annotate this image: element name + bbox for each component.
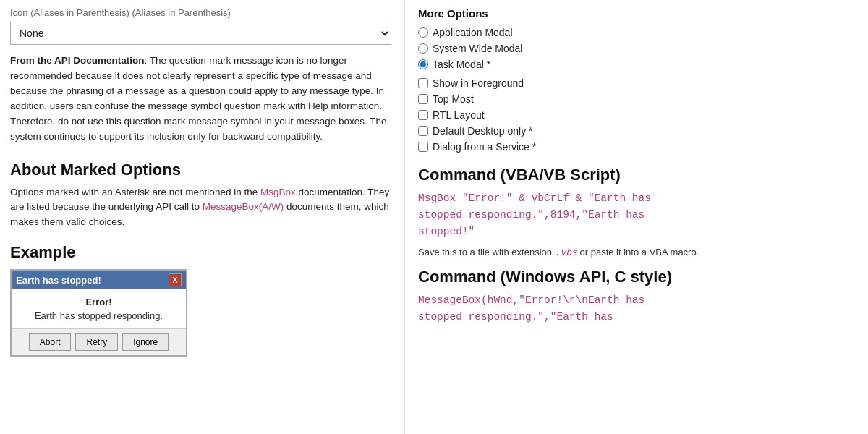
api-doc-body: : The question-mark message icon is no l… <box>10 55 387 142</box>
dialog-abort-button[interactable]: Abort <box>29 333 72 351</box>
radio-system-wide-modal-label: System Wide Modal <box>433 43 522 54</box>
vba-save-prefix: Save this to a file with extension <box>418 247 555 258</box>
checkbox-default-desktop-input[interactable] <box>418 126 428 136</box>
checkbox-dialog-service-input[interactable] <box>418 142 428 152</box>
api-doc-strong: From the API Documentation <box>10 55 145 66</box>
radio-application-modal-input[interactable] <box>418 27 428 38</box>
radio-system-wide-modal[interactable]: System Wide Modal <box>418 43 855 54</box>
modal-radio-group: Application Modal System Wide Modal Task… <box>418 27 855 70</box>
cmd-api-heading: Command (Windows API, C style) <box>418 268 855 286</box>
api-documentation: From the API Documentation: The question… <box>10 54 391 145</box>
checkbox-show-foreground-input[interactable] <box>418 78 428 88</box>
dialog-close-button[interactable]: X <box>169 273 182 286</box>
more-options-heading: More Options <box>418 7 855 20</box>
api-code-line1: MessageBox(hWnd,"Error!\r\nEarth has <box>418 292 855 309</box>
radio-application-modal-label: Application Modal <box>433 27 513 38</box>
checkbox-rtl-layout-input[interactable] <box>418 110 428 120</box>
vba-save-note: Save this to a file with extension .vbs … <box>418 247 855 258</box>
radio-task-modal[interactable]: Task Modal * <box>418 59 855 70</box>
vba-code-line2: stopped responding.",8194,"Earth has <box>418 207 855 224</box>
dialog-retry-button[interactable]: Retry <box>75 333 118 351</box>
vba-code-line3: stopped!" <box>418 224 855 240</box>
dialog-body: Error! Earth has stopped responding. <box>12 289 186 329</box>
checkbox-show-foreground-label: Show in Foreground <box>433 77 524 89</box>
checkbox-top-most-label: Top Most <box>433 93 474 105</box>
dialog-ignore-button[interactable]: Ignore <box>122 333 169 351</box>
checkbox-rtl-layout-label: RTL Layout <box>433 109 485 121</box>
options-note: Options marked with an Asterisk are not … <box>10 185 391 231</box>
messagebox-link[interactable]: MessageBox(A/W) <box>203 201 284 212</box>
checkbox-dialog-service[interactable]: Dialog from a Service * <box>418 141 855 153</box>
options-checkbox-group: Show in Foreground Top Most RTL Layout D… <box>418 77 855 153</box>
example-heading: Example <box>10 243 391 262</box>
radio-task-modal-input[interactable] <box>418 59 428 69</box>
dialog-buttons: Abort Retry Ignore <box>12 329 186 355</box>
about-text-prefix: Options marked with an Asterisk are not … <box>10 187 260 197</box>
checkbox-dialog-service-label: Dialog from a Service * <box>433 141 536 153</box>
dialog-title: Earth has stopped! <box>16 275 101 286</box>
checkbox-rtl-layout[interactable]: RTL Layout <box>418 109 855 121</box>
cmd-vba-heading: Command (VBA/VB Script) <box>418 166 855 184</box>
checkbox-default-desktop[interactable]: Default Desktop only * <box>418 125 855 137</box>
example-dialog: Earth has stopped! X Error! Earth has st… <box>10 269 187 357</box>
icon-label-text: Icon <box>10 7 28 18</box>
api-code-line2: stopped responding.","Earth has <box>418 309 855 326</box>
checkbox-top-most[interactable]: Top Most <box>418 93 855 105</box>
dialog-titlebar: Earth has stopped! X <box>12 271 186 289</box>
icon-select[interactable]: None <box>10 22 391 45</box>
api-code-block: MessageBox(hWnd,"Error!\r\nEarth has sto… <box>418 292 855 326</box>
checkbox-default-desktop-label: Default Desktop only * <box>433 125 533 137</box>
vba-ext: .vbs <box>555 247 577 258</box>
dialog-message: Earth has stopped responding. <box>20 310 177 321</box>
radio-system-wide-modal-input[interactable] <box>418 43 428 54</box>
vba-code-line1: MsgBox "Error!" & vbCrLf & "Earth has <box>418 190 855 207</box>
icon-aliases-text: (Aliases in Parenthesis) <box>30 7 129 18</box>
vba-code-block: MsgBox "Error!" & vbCrLf & "Earth has st… <box>418 190 855 241</box>
about-heading: About Marked Options <box>10 161 391 179</box>
msgbox-link[interactable]: MsgBox <box>260 187 296 197</box>
radio-task-modal-label: Task Modal * <box>433 59 490 70</box>
icon-section-label: Icon (Aliases in Parenthesis) (Aliases i… <box>10 7 391 18</box>
radio-application-modal[interactable]: Application Modal <box>418 27 855 38</box>
dialog-error-label: Error! <box>20 297 177 307</box>
vba-save-suffix: or paste it into a VBA macro. <box>577 247 699 258</box>
checkbox-show-foreground[interactable]: Show in Foreground <box>418 77 855 89</box>
checkbox-top-most-input[interactable] <box>418 94 428 104</box>
